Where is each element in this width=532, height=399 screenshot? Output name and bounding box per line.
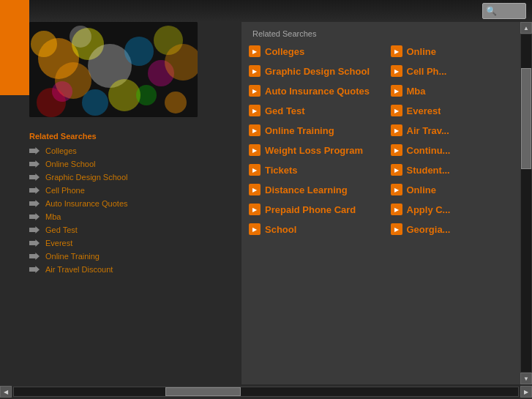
scroll-track[interactable] bbox=[520, 34, 532, 373]
scroll-right-button[interactable]: ▶ bbox=[520, 386, 532, 398]
svg-point-8 bbox=[165, 92, 187, 113]
scroll-thumb[interactable] bbox=[521, 68, 531, 169]
search-box[interactable]: 🔍 bbox=[482, 3, 526, 19]
list-item[interactable]: Online School bbox=[29, 160, 234, 168]
arrow-icon bbox=[29, 187, 40, 194]
orange-arrow-icon bbox=[391, 124, 402, 136]
right-panel: Related Searches Colleges Graphic Design… bbox=[241, 22, 532, 384]
orange-arrow-icon bbox=[391, 144, 402, 156]
left-link-label: Ged Test bbox=[45, 225, 78, 234]
orange-arrow-icon bbox=[249, 184, 261, 195]
list-item[interactable]: Auto Insurance Quotes bbox=[29, 199, 234, 208]
right-link-label: Mba bbox=[407, 86, 426, 97]
svg-point-10 bbox=[136, 85, 157, 105]
list-item[interactable]: Graphic Design School bbox=[29, 173, 234, 182]
left-link-label: Cell Phone bbox=[45, 186, 85, 195]
list-item[interactable]: Graphic Design School bbox=[249, 65, 391, 77]
orange-arrow-icon bbox=[249, 85, 261, 97]
scroll-up-button[interactable]: ▲ bbox=[520, 22, 532, 34]
svg-point-15 bbox=[31, 31, 57, 57]
hero-image bbox=[29, 22, 198, 117]
left-link-label: Everest bbox=[45, 239, 72, 247]
svg-point-11 bbox=[82, 89, 108, 116]
list-item[interactable]: Prepaid Phone Card bbox=[249, 204, 391, 215]
arrow-icon bbox=[29, 266, 40, 273]
list-item[interactable]: Auto Insurance Quotes bbox=[249, 85, 391, 97]
orange-arrow-icon bbox=[249, 65, 261, 77]
list-item[interactable]: Colleges bbox=[249, 45, 391, 57]
list-item[interactable]: Everest bbox=[29, 239, 234, 247]
right-link-label: Tickets bbox=[265, 165, 298, 176]
list-item[interactable]: Distance Learning bbox=[249, 184, 391, 195]
hscroll-thumb[interactable] bbox=[165, 387, 241, 396]
orange-accent-bar bbox=[0, 0, 29, 95]
vertical-scrollbar: ▲ ▼ bbox=[520, 22, 532, 384]
left-link-label: Auto Insurance Quotes bbox=[45, 199, 128, 208]
scroll-down-button[interactable]: ▼ bbox=[520, 373, 532, 384]
orange-arrow-icon bbox=[249, 105, 261, 116]
left-link-label: Colleges bbox=[45, 146, 77, 155]
list-item[interactable]: Georgia... bbox=[391, 223, 533, 235]
orange-arrow-icon bbox=[391, 45, 402, 57]
left-link-label: Mba bbox=[45, 212, 61, 221]
left-related-title: Related Searches bbox=[29, 132, 234, 141]
right-col-1: Colleges Graphic Design School Auto Insu… bbox=[249, 45, 391, 243]
orange-arrow-icon bbox=[249, 223, 261, 235]
list-item[interactable]: Weight Loss Program bbox=[249, 144, 391, 156]
right-link-label: School bbox=[265, 224, 296, 235]
bokeh-bg bbox=[29, 22, 198, 117]
list-item[interactable]: Continu... bbox=[391, 144, 533, 156]
right-link-label: Apply C... bbox=[407, 204, 451, 215]
svg-point-12 bbox=[70, 26, 91, 48]
right-link-label: Continu... bbox=[407, 145, 451, 156]
orange-arrow-icon bbox=[391, 204, 402, 215]
right-link-label: Colleges bbox=[265, 46, 304, 57]
left-link-label: Online Training bbox=[45, 252, 100, 261]
right-link-label: Graphic Design School bbox=[265, 66, 370, 77]
right-link-label: Online bbox=[407, 184, 436, 195]
arrow-icon bbox=[29, 160, 40, 168]
right-link-label: Cell Ph... bbox=[407, 66, 447, 77]
list-item[interactable]: Apply C... bbox=[391, 204, 533, 215]
main-layout: Related Searches Colleges Online School … bbox=[0, 22, 532, 384]
left-related-searches: Related Searches Colleges Online School … bbox=[0, 132, 241, 278]
left-link-label: Air Travel Discount bbox=[45, 265, 113, 274]
left-link-label: Graphic Design School bbox=[45, 173, 128, 182]
right-link-label: Distance Learning bbox=[265, 184, 348, 195]
list-item[interactable]: Ged Test bbox=[29, 225, 234, 234]
right-link-label: Air Trav... bbox=[407, 125, 449, 136]
list-item[interactable]: Everest bbox=[391, 105, 533, 116]
orange-arrow-icon bbox=[391, 164, 402, 176]
arrow-icon bbox=[29, 239, 40, 247]
arrow-icon bbox=[29, 213, 40, 220]
list-item[interactable]: Ged Test bbox=[249, 105, 391, 116]
right-link-label: Everest bbox=[407, 105, 441, 116]
right-link-label: Prepaid Phone Card bbox=[265, 204, 356, 215]
list-item[interactable]: Colleges bbox=[29, 146, 234, 155]
left-panel: Related Searches Colleges Online School … bbox=[0, 22, 241, 384]
orange-arrow-icon bbox=[391, 65, 402, 77]
list-item[interactable]: Online bbox=[391, 184, 533, 195]
list-item[interactable]: Online bbox=[391, 45, 533, 57]
arrow-icon bbox=[29, 226, 40, 234]
right-link-label: Online Training bbox=[265, 125, 334, 136]
list-item[interactable]: Online Training bbox=[29, 252, 234, 261]
list-item[interactable]: School bbox=[249, 223, 391, 235]
list-item[interactable]: Mba bbox=[391, 85, 533, 97]
list-item[interactable]: Cell Ph... bbox=[391, 65, 533, 77]
arrow-icon bbox=[29, 200, 40, 207]
hscroll-track[interactable] bbox=[13, 387, 519, 397]
right-col-2: Online Cell Ph... Mba Everest Air Trav..… bbox=[391, 45, 533, 243]
list-item[interactable]: Cell Phone bbox=[29, 186, 234, 195]
list-item[interactable]: Air Travel Discount bbox=[29, 265, 234, 274]
list-item[interactable]: Air Trav... bbox=[391, 124, 533, 136]
list-item[interactable]: Student... bbox=[391, 164, 533, 176]
search-icon: 🔍 bbox=[486, 6, 497, 16]
list-item[interactable]: Online Training bbox=[249, 124, 391, 136]
top-bar: 🔍 bbox=[0, 0, 532, 22]
list-item[interactable]: Tickets bbox=[249, 164, 391, 176]
list-item[interactable]: Mba bbox=[29, 212, 234, 221]
right-link-label: Student... bbox=[407, 165, 450, 176]
scroll-left-button[interactable]: ◀ bbox=[0, 386, 12, 398]
left-link-label: Online School bbox=[45, 160, 96, 168]
